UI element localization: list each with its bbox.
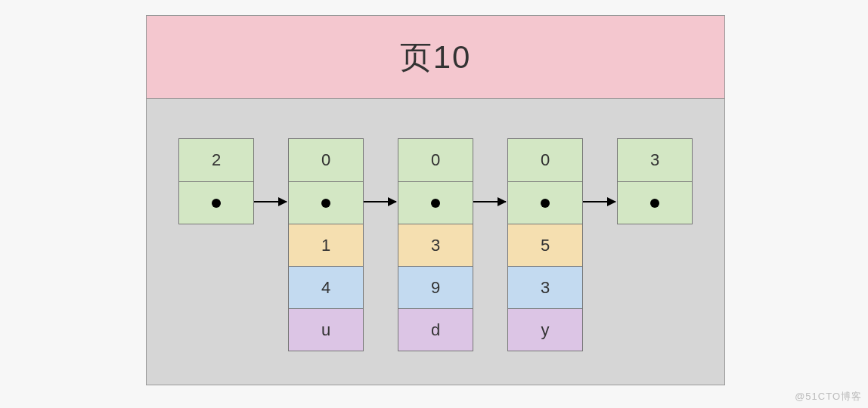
dot-icon	[212, 199, 221, 208]
node-extra-a: 1	[289, 224, 363, 266]
node-value: 0	[508, 139, 582, 181]
dot-icon	[431, 199, 440, 208]
node-pointer	[618, 181, 692, 224]
list-node: 0 1 4 u	[288, 138, 364, 351]
node-value: 0	[398, 139, 473, 181]
dot-icon	[321, 199, 330, 208]
watermark: @51CTO博客	[795, 390, 862, 403]
list-node: 2	[178, 138, 254, 224]
node-extra-a: 5	[508, 224, 582, 266]
node-pointer	[508, 181, 582, 224]
node-extra-b: 9	[398, 266, 473, 308]
page-header: 页10	[147, 16, 724, 99]
node-value: 0	[289, 139, 363, 181]
page-container: 页10 2 0 1 4 u 0 3 9 d 0	[146, 15, 725, 385]
dot-icon	[650, 199, 659, 208]
list-node: 0 5 3 y	[507, 138, 583, 351]
diagram-body: 2 0 1 4 u 0 3 9 d 0 5 3 y 3	[147, 99, 724, 385]
node-extra-b: 3	[508, 266, 582, 308]
node-extra-b: 4	[289, 266, 363, 308]
list-node: 0 3 9 d	[398, 138, 473, 351]
node-pointer	[289, 181, 363, 224]
node-extra-c: u	[289, 308, 363, 351]
node-extra-c: y	[508, 308, 582, 351]
node-value: 2	[179, 139, 253, 181]
node-extra-c: d	[398, 308, 473, 351]
node-extra-a: 3	[398, 224, 473, 266]
node-value: 3	[618, 139, 692, 181]
dot-icon	[541, 199, 550, 208]
node-pointer	[398, 181, 473, 224]
page-title: 页10	[400, 36, 472, 79]
node-pointer	[179, 181, 253, 224]
list-node: 3	[617, 138, 693, 224]
